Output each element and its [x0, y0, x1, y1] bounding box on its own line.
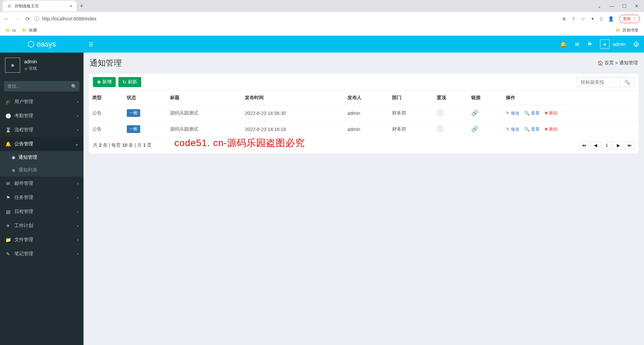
home-icon[interactable]: 🏠	[597, 60, 603, 66]
back-icon[interactable]: ←	[4, 16, 9, 22]
edit-button[interactable]: ✎ 修改	[506, 110, 520, 116]
view-button[interactable]: 🔍 查看	[524, 110, 540, 116]
title-search: 🔍	[577, 77, 635, 87]
circle-icon: ◉	[12, 168, 15, 172]
browser-tab[interactable]: ⊞ 控制面板主页 ×	[3, 1, 76, 11]
url-text: http://localhost:8088/index	[42, 16, 97, 21]
sidebar-subitem-通知列表[interactable]: ◉通知列表	[0, 164, 84, 177]
maximize-icon[interactable]: ☐	[622, 3, 627, 9]
share-icon[interactable]: ⇪	[572, 16, 576, 21]
circle-icon: ◉	[12, 155, 15, 160]
bell-icon[interactable]: 🔔	[560, 41, 567, 48]
sidebar: ⬡ oasys ▣ admin ◉在线 🔍 🎓用户管理‹🕒考勤管理‹⌛流程管理‹…	[0, 36, 84, 345]
chevron-left-icon: ‹	[77, 181, 78, 186]
mail-icon[interactable]: ✉	[575, 41, 579, 48]
sidebar-item-用户管理[interactable]: 🎓用户管理‹	[0, 95, 84, 109]
delete-button[interactable]: ✖ 删除	[544, 110, 558, 116]
cell-title: 源码乐园测试	[167, 121, 241, 137]
other-bookmarks[interactable]: 📁其他书签	[615, 27, 639, 33]
first-page-button[interactable]: ⏮	[579, 141, 589, 149]
forward-icon[interactable]: →	[15, 16, 20, 22]
extension-icon[interactable]: ✦	[591, 16, 595, 21]
chevron-down-icon[interactable]: ⌄	[597, 3, 601, 9]
breadcrumb: 🏠 首页 > 通知管理	[597, 60, 638, 66]
cell-publisher: admin	[344, 105, 389, 121]
search-button[interactable]: 🔍	[67, 81, 79, 91]
cell-type: 公告	[89, 105, 123, 121]
prev-page-button[interactable]: ◀	[590, 141, 600, 149]
nav-label: 邮件管理	[14, 181, 33, 187]
col-类型: 类型	[89, 91, 123, 105]
avatar[interactable]: ▣	[5, 58, 20, 73]
edit-button[interactable]: ✎ 修改	[506, 126, 520, 132]
folder-icon: 📁	[5, 28, 10, 33]
view-button[interactable]: 🔍 查看	[524, 126, 540, 132]
sidebar-item-公告管理[interactable]: 🔔公告管理⌄	[0, 137, 84, 151]
last-page-button[interactable]: ⏭	[625, 141, 635, 149]
browser-chrome: ⊞ 控制面板主页 × + ⌄ — ☐ ✕ ← → ⟳ i http://loca…	[0, 0, 644, 36]
url-field[interactable]: i http://localhost:8088/index	[34, 16, 558, 21]
panel-icon[interactable]: ▯	[600, 16, 603, 21]
update-button[interactable]: 更新 ⋮	[619, 15, 640, 23]
status-badge: 一般	[127, 125, 140, 133]
sidebar-item-流程管理[interactable]: ⌛流程管理‹	[0, 123, 84, 137]
search-input[interactable]	[4, 81, 67, 91]
sidebar-item-日程管理[interactable]: ▤日程管理‹	[0, 205, 84, 219]
sidebar-item-文件管理[interactable]: 📁文件管理‹	[0, 233, 84, 247]
sidebar-item-笔记管理[interactable]: ✎笔记管理‹	[0, 247, 84, 261]
info-icon[interactable]: i	[34, 16, 39, 21]
window-controls: ⌄ — ☐ ✕	[597, 3, 644, 9]
table-row: 公告一般源码乐园测试2022-6-23 14:16:18admin财务部🔗✎ 修…	[89, 121, 639, 137]
online-icon: ◉	[24, 66, 28, 71]
page-header: 通知管理 🏠 首页 > 通知管理	[84, 53, 644, 73]
page-number[interactable]: 1	[602, 141, 612, 149]
cell-title: 源码乐园测试	[167, 105, 241, 121]
chevron-down-icon: ⌄	[75, 142, 78, 146]
nav-icon: ✉	[5, 181, 11, 186]
refresh-icon: ↻	[122, 79, 126, 85]
bookmark-rx[interactable]: 📁rx	[5, 28, 16, 33]
sidebar-item-任务管理[interactable]: ⚑任务管理‹	[0, 191, 84, 205]
delete-button[interactable]: ✖ 删除	[544, 126, 558, 132]
sidebar-item-邮件管理[interactable]: ✉邮件管理‹	[0, 177, 84, 191]
breadcrumb-home[interactable]: 首页	[604, 60, 614, 66]
title-search-input[interactable]	[577, 77, 621, 87]
sidebar-subitem-通知管理[interactable]: ◉通知管理	[0, 151, 84, 164]
profile-icon[interactable]: 👤	[608, 16, 614, 21]
sidebar-item-工作计划[interactable]: ✈工作计划‹	[0, 219, 84, 233]
hamburger-icon[interactable]: ☰	[89, 41, 93, 48]
page-title: 通知管理	[90, 58, 122, 68]
close-icon[interactable]: ×	[70, 3, 72, 9]
cell-pin	[433, 105, 468, 121]
reload-icon[interactable]: ⟳	[25, 16, 30, 22]
top-user[interactable]: ▣ admin	[600, 40, 626, 49]
tab-bar: ⊞ 控制面板主页 × + ⌄ — ☐ ✕	[0, 0, 644, 12]
favicon-icon: ⊞	[7, 3, 12, 9]
cell-type: 公告	[89, 121, 123, 137]
add-button[interactable]: ✚新增	[93, 77, 116, 87]
title-search-button[interactable]: 🔍	[621, 77, 635, 87]
pin-toggle[interactable]	[437, 125, 443, 132]
chevron-left-icon: ‹	[77, 252, 78, 256]
sidebar-search: 🔍	[4, 81, 79, 91]
flag-icon[interactable]: ⚑	[587, 41, 592, 48]
logo[interactable]: ⬡ oasys	[0, 36, 84, 53]
power-icon[interactable]: ⏻	[634, 41, 639, 47]
next-page-button[interactable]: ▶	[613, 141, 623, 149]
minimize-icon[interactable]: —	[609, 3, 614, 9]
bookmark-fav[interactable]: 📁收藏	[22, 27, 37, 33]
link-icon[interactable]: 🔗	[471, 126, 478, 132]
link-icon[interactable]: 🔗	[471, 110, 478, 116]
col-链接: 链接	[468, 91, 502, 105]
star-icon[interactable]: ☆	[581, 16, 585, 21]
new-tab-button[interactable]: +	[76, 3, 87, 10]
chevron-left-icon: ‹	[77, 195, 78, 200]
refresh-button[interactable]: ↻刷新	[118, 77, 141, 87]
close-window-icon[interactable]: ✕	[635, 3, 639, 9]
cell-time: 2022-6-23 14:56:30	[241, 105, 344, 121]
sidebar-item-考勤管理[interactable]: 🕒考勤管理‹	[0, 109, 84, 123]
status-badge: 一般	[127, 109, 140, 117]
pin-toggle[interactable]	[437, 109, 443, 116]
nav-icon: ▤	[5, 209, 11, 214]
zoom-icon[interactable]: ⊕	[562, 16, 566, 21]
